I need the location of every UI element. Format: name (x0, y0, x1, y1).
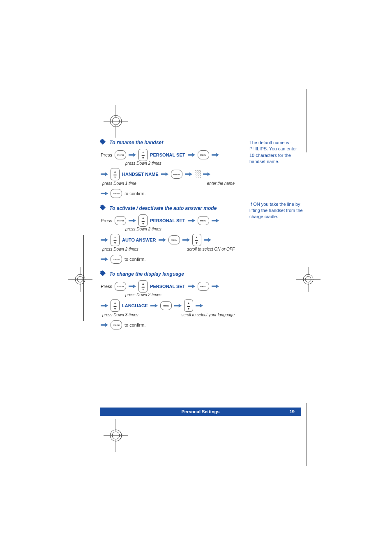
svg-marker-34 (204, 238, 211, 242)
arrow-icon (101, 191, 108, 196)
diamond-bullet-icon (100, 270, 106, 276)
arrow-icon (101, 172, 108, 176)
arrow-icon (212, 153, 219, 157)
section-title: To activate / deactivate the auto answer… (101, 205, 236, 211)
svg-marker-21 (188, 153, 195, 157)
menu-label-personal-set: PERSONAL SET (150, 284, 185, 289)
trim-line-right-bottom (307, 403, 307, 466)
step-row: ▲▬▼ AUTO ANSWER menu ▲▬▼ (101, 234, 236, 246)
step-row: ▲▬▼ HANDSET NAME menu (101, 168, 236, 180)
arrow-icon (212, 219, 219, 223)
arrow-icon (101, 238, 108, 242)
confirm-text: to confirm. (125, 322, 145, 327)
arrow-icon (188, 284, 195, 288)
subtext-right: scroll to select ON or OFF (187, 247, 235, 251)
step-subtext: press Down 2 times (125, 161, 236, 166)
menu-button-icon: menu (111, 320, 122, 329)
section-rename-handset: To rename the handset Press menu ▲▬▼ PER… (101, 140, 236, 198)
step-subtext-row: press Down 2 times scroll to select ON o… (101, 247, 236, 251)
svg-marker-20 (129, 153, 136, 157)
press-label: Press (101, 218, 112, 223)
section-title-text: To change the display language (109, 271, 184, 277)
nav-button-icon: ▲▬▼ (138, 280, 148, 292)
side-note-auto-answer: If ON you take the line by lifting the h… (249, 201, 303, 220)
crop-mark-top (91, 105, 141, 138)
footer-bar: Personal Settings 19 (100, 408, 301, 416)
arrow-icon (212, 284, 219, 288)
menu-label-handset-name: HANDSET NAME (122, 172, 159, 177)
step-row: Press menu ▲▬▼ PERSONAL SET menu (101, 214, 236, 227)
svg-marker-32 (159, 238, 166, 242)
menu-label-personal-set: PERSONAL SET (150, 152, 185, 157)
crop-mark-left (64, 263, 97, 296)
arrow-icon (150, 304, 158, 308)
menu-button-icon: menu (115, 150, 126, 159)
press-label: Press (101, 284, 112, 289)
diamond-bullet-icon (100, 205, 106, 210)
svg-marker-23 (101, 173, 108, 176)
subtext-left: press Down 1 time (102, 181, 136, 186)
footer-title: Personal Settings (182, 409, 220, 414)
menu-label-personal-set: PERSONAL SET (150, 218, 185, 223)
nav-button-icon: ▲▬▼ (184, 299, 193, 312)
menu-button-icon: menu (111, 189, 122, 198)
nav-button-icon: ▲▬▼ (192, 234, 201, 246)
step-subtext-row: press Down 1 time enter the name (101, 181, 236, 186)
arrow-icon (161, 172, 168, 176)
menu-button-icon: menu (115, 282, 126, 291)
footer-page-number: 19 (290, 409, 295, 414)
arrow-icon (129, 284, 136, 288)
section-auto-answer: To activate / deactivate the auto answer… (101, 205, 236, 264)
section-title-text: To activate / deactivate the auto answer… (109, 205, 217, 211)
subtext-right: enter the name (207, 181, 235, 186)
diamond-bullet-icon (100, 139, 106, 145)
confirm-text: to confirm. (125, 257, 145, 262)
nav-button-icon: ▲▬▼ (111, 299, 120, 312)
svg-marker-22 (212, 153, 219, 157)
svg-marker-36 (129, 285, 136, 288)
arrow-icon (101, 304, 108, 308)
svg-marker-40 (150, 304, 158, 308)
step-subtext: press Down 2 times (125, 292, 236, 297)
arrow-icon (188, 153, 195, 157)
step-row: ▲▬▼ LANGUAGE menu ▲▬▼ (101, 299, 236, 312)
svg-marker-43 (101, 323, 108, 327)
svg-marker-38 (212, 285, 219, 288)
confirm-row: menu to confirm. (101, 320, 236, 329)
trim-line-right-top (307, 89, 307, 152)
arrow-icon (203, 172, 210, 176)
step-row: Press menu ▲▬▼ PERSONAL SET menu (101, 149, 236, 161)
section-language: To change the display language Press men… (101, 271, 236, 329)
spacer (249, 177, 303, 201)
arrow-icon (101, 323, 108, 327)
svg-marker-24 (161, 173, 168, 176)
svg-marker-39 (101, 304, 108, 308)
step-subtext-row: press Down 3 times scroll to select your… (101, 313, 236, 317)
menu-button-icon: menu (198, 216, 209, 225)
crop-mark-bottom (91, 419, 141, 452)
menu-button-icon: menu (198, 150, 209, 159)
step-row: Press menu ▲▬▼ PERSONAL SET menu (101, 280, 236, 292)
arrow-icon (129, 153, 136, 157)
arrow-icon (188, 219, 195, 223)
svg-marker-26 (203, 173, 210, 176)
menu-button-icon: menu (198, 282, 209, 291)
subtext-left: press Down 3 times (102, 313, 138, 317)
menu-label-auto-answer: AUTO ANSWER (122, 237, 156, 242)
arrow-icon (129, 219, 136, 223)
nav-button-icon: ▲▬▼ (111, 234, 120, 246)
arrow-icon (182, 238, 190, 242)
step-subtext: press Down 2 times (125, 227, 236, 231)
menu-button-icon: menu (171, 170, 182, 179)
svg-marker-42 (196, 304, 203, 308)
menu-button-icon: menu (111, 255, 122, 264)
arrow-icon (159, 238, 166, 242)
confirm-text: to confirm. (125, 191, 145, 196)
nav-button-icon: ▲▬▼ (138, 214, 148, 227)
content-column: To rename the handset Press menu ▲▬▼ PER… (101, 140, 236, 337)
svg-marker-35 (101, 258, 108, 261)
keypad-icon (195, 170, 201, 178)
svg-marker-28 (129, 219, 136, 223)
svg-marker-37 (188, 285, 195, 288)
section-title: To change the display language (101, 271, 236, 277)
